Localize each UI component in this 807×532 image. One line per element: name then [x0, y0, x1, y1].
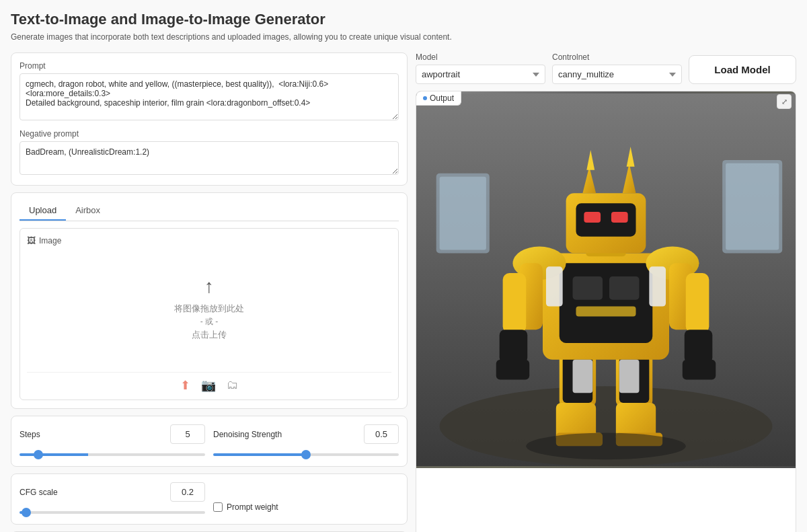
right-panel: Model awportrait dreamshaper realisticVi… — [416, 52, 796, 532]
svg-rect-27 — [685, 330, 713, 363]
prompt-weight-label[interactable]: Prompt weight — [213, 502, 278, 512]
svg-rect-33 — [611, 212, 628, 223]
svg-rect-23 — [503, 273, 527, 333]
left-panel: Prompt Negative prompt Upload Airbox 🖼 I… — [11, 52, 408, 532]
output-tab: Output — [416, 91, 461, 106]
model-label: Model — [416, 52, 545, 62]
page-subtitle: Generate images that incorporate both te… — [11, 32, 796, 42]
image-icon: 🖼 — [27, 235, 36, 245]
cfg-group: CFG scale — [20, 482, 205, 516]
prompt-label: Prompt — [20, 61, 399, 71]
steps-label: Steps — [20, 430, 40, 439]
svg-rect-16 — [573, 276, 603, 300]
svg-rect-40 — [573, 360, 593, 393]
robot-svg — [416, 91, 796, 468]
upload-click-text: 点击上传 — [192, 329, 227, 341]
output-card: Output ⤢ — [416, 91, 796, 532]
upload-card: Upload Airbox 🖼 Image ↑ 将图像拖放到此处 - 或 - 点… — [11, 192, 408, 409]
output-tab-dot — [423, 96, 427, 100]
steps-denoising-card: Steps Denoising Strength — [11, 416, 408, 467]
svg-point-42 — [526, 433, 685, 460]
gallery-icon[interactable]: 🗂 — [227, 378, 239, 393]
svg-rect-18 — [576, 307, 636, 317]
upload-tabs: Upload Airbox — [20, 201, 399, 221]
denoising-label: Denoising Strength — [213, 430, 282, 439]
svg-rect-32 — [584, 212, 601, 223]
model-select[interactable]: awportrait dreamshaper realisticVision — [416, 65, 545, 84]
denoising-header: Denoising Strength — [213, 424, 399, 444]
prompt-input[interactable] — [20, 73, 399, 120]
output-image — [416, 91, 796, 468]
svg-rect-17 — [609, 276, 640, 300]
prompt-weight-text: Prompt weight — [227, 502, 278, 512]
denoising-slider[interactable] — [213, 453, 399, 456]
svg-rect-5 — [726, 163, 779, 250]
steps-value[interactable] — [170, 424, 205, 444]
svg-rect-24 — [500, 330, 528, 363]
tab-upload[interactable]: Upload — [20, 201, 66, 221]
svg-rect-41 — [619, 360, 640, 393]
camera-icon[interactable]: 📷 — [201, 378, 216, 393]
prompt-card: Prompt Negative prompt — [11, 52, 408, 186]
steps-group: Steps — [20, 424, 205, 458]
cfg-header: CFG scale — [20, 482, 205, 502]
controlnet-select[interactable]: canny_multize depth openpose none — [552, 65, 682, 84]
negative-prompt-input[interactable] — [20, 141, 399, 175]
svg-rect-39 — [649, 266, 666, 306]
tab-airbox[interactable]: Airbox — [66, 201, 110, 221]
expand-icon[interactable]: ⤢ — [777, 94, 792, 109]
controlnet-label: Controlnet — [552, 52, 682, 62]
upload-arrow-icon: ↑ — [204, 276, 214, 297]
negative-prompt-label: Negative prompt — [20, 129, 399, 139]
svg-rect-26 — [686, 273, 709, 333]
model-controlnet-row: Model awportrait dreamshaper realisticVi… — [416, 52, 796, 84]
svg-rect-25 — [496, 360, 529, 380]
load-model-button[interactable]: Load Model — [689, 55, 796, 84]
svg-rect-38 — [546, 266, 563, 306]
sliders-row-1: Steps Denoising Strength — [20, 424, 399, 458]
svg-rect-15 — [560, 263, 653, 343]
upload-area[interactable]: 🖼 Image ↑ 将图像拖放到此处 - 或 - 点击上传 ⬆ 📷 🗂 — [20, 228, 399, 400]
denoising-value[interactable] — [364, 424, 399, 444]
prompt-weight-group: Prompt weight — [213, 482, 399, 516]
cfg-value[interactable] — [170, 482, 205, 502]
upload-actions: ⬆ 📷 🗂 — [27, 372, 391, 393]
cfg-slider[interactable] — [20, 511, 205, 514]
svg-rect-28 — [683, 360, 716, 380]
model-group: Model awportrait dreamshaper realisticVi… — [416, 52, 545, 84]
cfg-card: CFG scale Prompt weight — [11, 473, 408, 525]
output-tab-label: Output — [430, 93, 454, 103]
denoising-group: Denoising Strength — [213, 424, 399, 458]
upload-or-text: - 或 - — [200, 316, 219, 328]
steps-header: Steps — [20, 424, 205, 444]
cfg-label: CFG scale — [20, 488, 58, 497]
upload-header: 🖼 Image — [27, 235, 391, 245]
page-title: Text-to-Image and Image-to-Image Generat… — [11, 11, 796, 28]
upload-drop-zone[interactable]: ↑ 将图像拖放到此处 - 或 - 点击上传 — [27, 251, 391, 365]
upload-icon[interactable]: ⬆ — [180, 378, 190, 393]
cfg-prompt-row: CFG scale Prompt weight — [20, 482, 399, 516]
prompt-weight-checkbox[interactable] — [213, 502, 223, 512]
controlnet-group: Controlnet canny_multize depth openpose … — [552, 52, 682, 84]
steps-slider[interactable] — [20, 453, 205, 456]
image-label: Image — [39, 236, 61, 245]
svg-rect-3 — [440, 177, 486, 250]
upload-drag-text: 将图像拖放到此处 — [174, 303, 244, 315]
